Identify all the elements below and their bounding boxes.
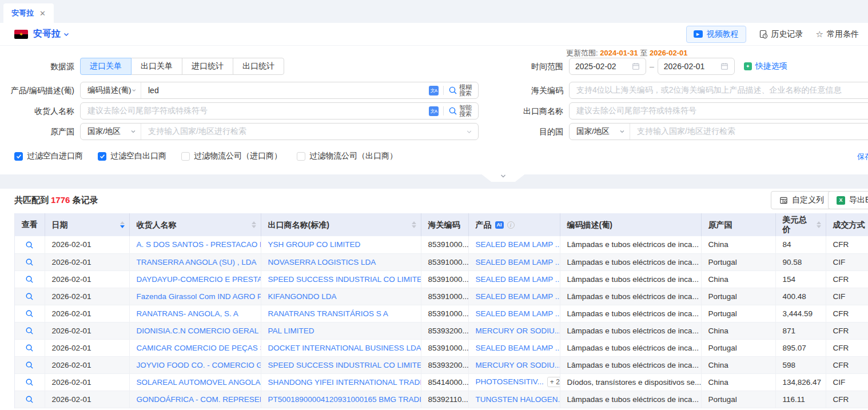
product-link[interactable]: SEALED BEAM LAMP ... [476,240,560,249]
exporter-link[interactable]: YSH GROUP CO LIMITED [268,240,361,249]
row-view-button[interactable] [25,258,34,266]
product-field-select[interactable]: 编码描述(葡) [81,82,141,98]
collapse-panel-handle[interactable] [480,173,526,182]
column-header-2[interactable]: 收货人名称 [129,213,261,236]
chevron-down-icon[interactable] [63,31,70,38]
tab-bar: 安哥拉 ✕ [0,0,868,23]
customize-columns-button[interactable]: 自定义列 [771,191,833,209]
filter-checkbox-0[interactable]: 过滤空白进口商 [14,151,83,161]
consignee-link[interactable]: GONDOÁFRICA - COM. REPRESENTAÇÕES ... [137,395,261,404]
row-view-button[interactable] [25,241,34,249]
product-link[interactable]: MERCURY OR SODIU... [476,327,560,335]
export-excel-button[interactable]: X 导出Exc [828,191,868,209]
product-link[interactable]: SEALED BEAM LAMP ... [476,292,560,301]
consignee-link[interactable]: DIONISIA.C.N COMERCIO GERAL & PRESTA... [137,327,261,335]
row-view-button[interactable] [25,275,34,284]
exporter-link[interactable]: SHANDONG YIFEI INTERNATIONAL TRADIN... [268,378,421,387]
info-icon[interactable]: i [507,221,515,229]
consignee-link[interactable]: DAYDAYUP-COMERCIO E PRESTACAO DE S... [137,275,261,284]
exporter-link[interactable]: PAL LIMITED [268,327,314,335]
origin-select[interactable]: 国家/地区 [81,124,141,140]
product-link[interactable]: SEALED BEAM LAMP ... [476,275,560,284]
hscode-input[interactable]: 支持4位以上海关编码，或2位海关编码加上产品描述、企业名称的任意信息 [569,82,868,99]
row-view-button[interactable] [25,309,34,318]
product-link[interactable]: MERCURY OR SODIU... [476,361,560,369]
translate-icon[interactable]: 文A [429,106,439,116]
destination-select[interactable]: 国家/地区 [570,124,630,140]
filter-checkbox-2[interactable]: 过滤物流公司（进口商） [181,151,282,161]
consignee-input[interactable]: 建议去除公司尾部字符或特殊符号 [81,103,427,119]
cell-description: Lâmpadas e tubos eléctricos de inca... [560,339,701,356]
row-view-button[interactable] [25,378,34,387]
quick-options-link[interactable]: ✦ 快捷选项 [744,61,787,71]
exporter-link[interactable]: SPEED SUCCESS INDUSTRIAL CO LIMITED [268,361,421,369]
video-tutorial-button[interactable]: ▶ 视频教程 [686,26,746,43]
row-view-button[interactable] [25,327,34,335]
datasource-tab-1[interactable]: 出口关单 [131,58,182,75]
column-header-8[interactable]: 美元总价 [775,213,826,236]
cell-description: Lâmpadas e tubos eléctricos de inca... [560,270,701,288]
cell-terms: CFR [826,339,868,356]
cell-price: 871 [775,322,826,339]
translate-icon[interactable]: 文A [429,86,439,95]
product-link[interactable]: SEALED BEAM LAMP ... [476,258,560,266]
consignee-link[interactable]: Fazenda Girassol Com IND AGRO P LDA [137,292,261,301]
view-detail-icon [25,344,34,352]
datasource-tab-2[interactable]: 进口统计 [182,58,233,75]
row-view-button[interactable] [25,395,34,404]
consignee-link[interactable]: RANATRANS- ANGOLA, S. A [137,309,238,318]
filter-checkbox-1[interactable]: 过滤空白出口商 [98,151,166,161]
fuzzy-search-button[interactable]: 模糊搜索 [448,84,472,97]
exporter-input[interactable]: 建议去除公司尾部字符或特殊符号 [569,102,868,120]
exporter-link[interactable]: DOCKET INTERNATIONAL BUSINESS LDA [268,344,421,352]
favorites-label: 常用条件 [827,29,859,39]
consignee-link[interactable]: SOLAREAL AUTOMOVEL ANGOLA(SU)., LDA [137,378,261,387]
column-label: 编码描述(葡) [567,220,612,230]
sort-control[interactable] [412,221,416,228]
row-view-button[interactable] [25,361,34,369]
smart-search-button[interactable]: 智能搜索 [448,105,472,117]
column-header-1[interactable]: 日期 [45,213,129,236]
product-link[interactable]: PHOTOSENSITIV... [476,377,544,386]
sort-control[interactable] [817,221,821,228]
column-header-6: 编码描述(葡) [560,213,701,236]
save-conditions-button[interactable]: 保存条件 [854,152,868,162]
destination-input[interactable]: 支持输入国家/地区进行检索 [630,124,868,140]
chevron-down-icon [130,129,136,134]
tab-angola[interactable]: 安哥拉 ✕ [3,3,54,23]
sort-control[interactable] [120,221,125,228]
sort-control[interactable] [252,221,256,228]
consignee-link[interactable]: JOYVIO FOOD CO. - COMERCIO GERAL, LDA [137,361,261,369]
favorites-button[interactable]: ☆ 常用条件 [816,29,859,39]
history-button[interactable]: 历史记录 [759,29,803,39]
product-search-input[interactable]: led [141,82,427,98]
start-date-input[interactable]: 2025-02-02 [569,58,646,75]
close-icon[interactable]: ✕ [39,10,46,17]
consignee-link[interactable]: TRANSERRA ANGOLA (SU) , LDA [137,258,257,266]
consignee-link[interactable]: A. S DOS SANTOS - PRESTACAO DE SERVIC... [137,240,261,249]
cell-product: SEALED BEAM LAMP ... [468,270,560,288]
consignee-link[interactable]: CAMICAR COMERCIO DE PEÇAS S.A. [137,344,261,352]
calendar-icon [632,62,640,70]
exporter-label: 出口商名称 [506,102,563,120]
origin-input[interactable]: 支持输入国家/地区进行检索 [141,124,464,140]
exporter-link[interactable]: KIFANGONDO LDA [268,292,337,301]
cell-date: 2026-02-01 [45,270,129,288]
product-link[interactable]: SEALED BEAM LAMP ... [476,344,560,352]
exporter-link[interactable]: SPEED SUCCESS INDUSTRIAL CO LIMITED [268,275,421,284]
column-header-3[interactable]: 出口商名称(标准) [261,213,421,236]
exporter-link[interactable]: PT50018900004120931000165 BMG TRADI... [268,395,421,404]
cell-price: 90.58 [775,253,826,270]
product-link[interactable]: SEALED BEAM LAMP ... [476,309,560,318]
end-date-input[interactable]: 2026-02-01 [658,58,735,75]
exporter-link[interactable]: RANATRANS TRANSITÁRIOS S A [268,309,388,318]
datasource-tab-3[interactable]: 出口统计 [233,58,284,75]
cell-consignee: RANATRANS- ANGOLA, S. A [129,305,261,322]
filter-checkbox-3[interactable]: 过滤物流公司（出口商） [297,151,397,161]
row-view-button[interactable] [25,292,34,301]
product-link[interactable]: TUNGSTEN HALOGEN... [476,395,560,404]
more-products-badge[interactable]: + 2 [547,377,560,387]
exporter-link[interactable]: NOVASERRA LOGISTICS LDA [268,258,376,266]
datasource-tab-0[interactable]: 进口关单 [80,58,132,75]
row-view-button[interactable] [25,344,34,352]
